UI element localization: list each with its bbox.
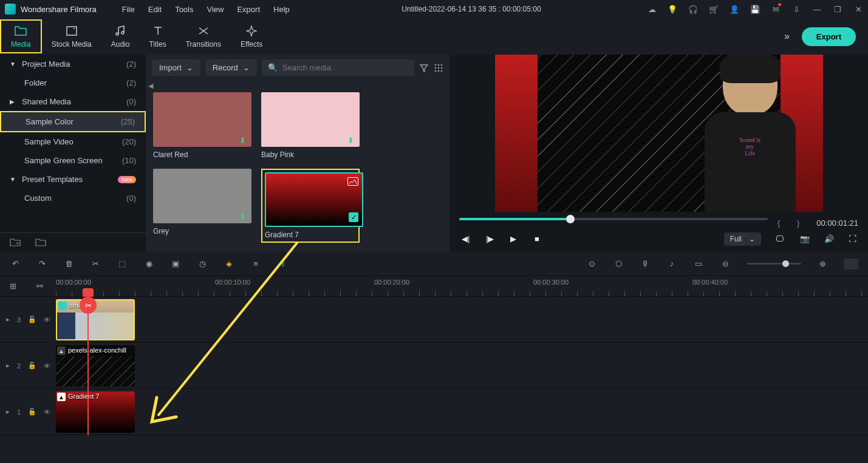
- expand-tabs-icon[interactable]: »: [772, 31, 802, 42]
- adjust-icon[interactable]: ≡: [250, 259, 261, 269]
- tab-media[interactable]: Media: [0, 19, 42, 53]
- volume-icon[interactable]: 🔊: [824, 234, 834, 244]
- minimize-icon[interactable]: —: [812, 4, 822, 14]
- import-dropdown[interactable]: Import ⌄: [152, 59, 200, 76]
- new-folder-icon[interactable]: [10, 238, 21, 247]
- snap-icon[interactable]: ▭: [693, 259, 704, 269]
- filter-icon[interactable]: [419, 63, 429, 73]
- thumb-gradient-7[interactable]: ✓ Gradient 7: [261, 169, 360, 243]
- lightbulb-icon[interactable]: 💡: [668, 4, 677, 14]
- menu-view[interactable]: View: [200, 2, 230, 16]
- preview-panel: Sound ismyLife { } 00:00:01:21 ◀| |▶ ▶ ■: [449, 55, 868, 252]
- preview-scrubber[interactable]: [459, 218, 768, 220]
- add-track-icon[interactable]: ⊞: [7, 281, 18, 292]
- delete-icon[interactable]: 🗑: [63, 259, 74, 269]
- link-icon[interactable]: ⚯: [34, 281, 45, 292]
- scissors-icon[interactable]: ✂: [80, 297, 97, 314]
- menu-file[interactable]: File: [116, 2, 141, 16]
- module-tabs: Media Stock Media Audio Titles Transitio…: [0, 18, 868, 55]
- close-icon[interactable]: ✕: [853, 4, 863, 14]
- menu-export[interactable]: Export: [231, 2, 266, 16]
- scroll-left-icon[interactable]: ◀: [148, 82, 153, 89]
- clip-gradient-7[interactable]: ▲ Gradient 7: [56, 391, 135, 433]
- voiceover-icon[interactable]: 🎙: [640, 259, 651, 269]
- stop-icon[interactable]: ■: [535, 234, 544, 244]
- download-icon[interactable]: ⇩: [791, 4, 801, 14]
- save-icon[interactable]: 💾: [750, 4, 760, 14]
- track-video-icon: ▸: [6, 362, 10, 370]
- folder-icon[interactable]: [35, 238, 46, 247]
- maximize-icon[interactable]: ❐: [833, 4, 842, 14]
- step-back-icon[interactable]: ◀|: [462, 234, 471, 244]
- tab-effects[interactable]: Effects: [231, 21, 272, 52]
- timeline-ruler[interactable]: 00:00:00:00 00:00:10:00 00:00:20:00 00:0…: [56, 276, 868, 296]
- speed-icon[interactable]: ◉: [143, 259, 154, 269]
- headset-icon[interactable]: 🎧: [688, 4, 698, 14]
- zoom-out-icon[interactable]: ⊖: [720, 259, 731, 269]
- tab-stock-media[interactable]: Stock Media: [42, 21, 101, 52]
- sidebar-item-shared-media[interactable]: ▶ Shared Media (0): [0, 92, 146, 111]
- export-button[interactable]: Export: [802, 27, 856, 46]
- download-icon: ⬇: [239, 212, 248, 221]
- tab-audio[interactable]: Audio: [101, 21, 140, 52]
- render-icon[interactable]: ⊙: [586, 259, 597, 269]
- sidebar-item-folder[interactable]: Folder (2): [0, 73, 146, 92]
- step-forward-icon[interactable]: |▶: [486, 234, 496, 244]
- lock-icon[interactable]: 🔓: [28, 316, 36, 323]
- fit-icon[interactable]: [844, 259, 858, 269]
- download-icon: ⬇: [347, 136, 356, 144]
- cut-icon[interactable]: ✂: [90, 259, 101, 269]
- sidebar-item-preset-templates[interactable]: ▼ Preset Templates New: [0, 170, 146, 189]
- transition-icon: [197, 24, 210, 38]
- mail-icon[interactable]: ✉: [771, 4, 781, 14]
- sidebar-item-sample-color[interactable]: Sample Color (25): [0, 111, 146, 132]
- marker-icon[interactable]: ⬡: [613, 259, 624, 269]
- menu-tools[interactable]: Tools: [169, 2, 199, 16]
- search-input[interactable]: [282, 63, 408, 72]
- grid-icon[interactable]: [434, 63, 443, 73]
- sidebar-item-custom[interactable]: Custom (0): [0, 189, 146, 208]
- freeze-icon[interactable]: ▣: [170, 259, 181, 269]
- snapshot-icon[interactable]: 📷: [800, 234, 810, 244]
- zoom-in-icon[interactable]: ⊕: [817, 259, 828, 269]
- duration-icon[interactable]: ◷: [197, 259, 208, 269]
- menu-help[interactable]: Help: [267, 2, 296, 16]
- record-dropdown[interactable]: Record ⌄: [205, 59, 257, 76]
- lock-icon[interactable]: 🔓: [28, 408, 36, 416]
- crop-icon[interactable]: ⬚: [117, 259, 128, 269]
- thumb-baby-pink[interactable]: ⬇ Baby Pink: [261, 92, 360, 159]
- redo-icon[interactable]: ↷: [36, 259, 47, 269]
- thumb-grey[interactable]: ⬇ Grey: [153, 169, 251, 243]
- text-icon: [151, 24, 165, 38]
- playhead[interactable]: ✂: [87, 297, 89, 435]
- eye-icon[interactable]: 👁: [44, 316, 50, 323]
- tab-titles[interactable]: Titles: [139, 21, 176, 52]
- sidebar-item-sample-video[interactable]: Sample Video (20): [0, 132, 146, 151]
- sidebar-item-label: Preset Templates: [22, 175, 114, 184]
- menu-edit[interactable]: Edit: [142, 2, 168, 16]
- play-icon[interactable]: ▶: [510, 234, 520, 244]
- sidebar-item-label: Custom: [24, 194, 126, 203]
- quality-dropdown[interactable]: Full ⌄: [724, 232, 761, 246]
- lock-icon[interactable]: 🔓: [28, 362, 36, 370]
- mixer-icon[interactable]: ♪: [666, 259, 677, 269]
- user-icon[interactable]: 👤: [730, 4, 739, 14]
- app-logo: [5, 4, 16, 15]
- monitor-icon[interactable]: 🖵: [776, 234, 785, 244]
- search-box[interactable]: 🔍: [262, 59, 414, 76]
- cloud-icon[interactable]: ☁: [647, 4, 657, 14]
- audio-wave-icon[interactable]: ⦀: [277, 259, 288, 269]
- fullscreen-icon[interactable]: ⛶: [849, 234, 858, 244]
- tab-transitions[interactable]: Transitions: [176, 21, 231, 52]
- cart-icon[interactable]: 🛒: [709, 4, 719, 14]
- eye-icon[interactable]: 👁: [44, 362, 50, 370]
- thumb-claret-red[interactable]: ⬇ Claret Red: [153, 92, 251, 159]
- eye-icon[interactable]: 👁: [44, 408, 50, 416]
- clip-pexels[interactable]: ▲ pexels-alex-conchill: [56, 345, 135, 387]
- keyframe-icon[interactable]: ◈: [224, 259, 234, 269]
- sidebar-item-project-media[interactable]: ▼ Project Media (2): [0, 55, 146, 73]
- preview-canvas[interactable]: Sound ismyLife: [449, 55, 868, 212]
- sidebar-item-sample-green-screen[interactable]: Sample Green Screen (10): [0, 151, 146, 170]
- undo-icon[interactable]: ↶: [10, 259, 21, 269]
- zoom-slider[interactable]: [747, 263, 801, 265]
